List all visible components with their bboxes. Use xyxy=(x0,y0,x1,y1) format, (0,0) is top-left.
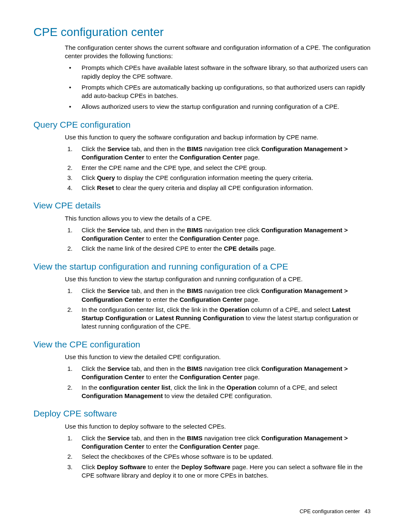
section-intro: This function allows you to view the det… xyxy=(65,214,371,223)
step-item: Click the Service tab, and then in the B… xyxy=(65,365,371,382)
intro-paragraph: The configuration center shows the curre… xyxy=(65,44,371,61)
step-item: Click Reset to clear the query criteria … xyxy=(65,184,371,192)
section-heading-viewcfg: View the CPE configuration xyxy=(33,339,371,350)
step-item: Click the name link of the desired CPE t… xyxy=(65,244,371,253)
steps-list: Click the Service tab, and then in the B… xyxy=(65,145,371,192)
step-item: Click the Service tab, and then in the B… xyxy=(65,145,371,162)
step-item: Click Deploy Software to enter the Deplo… xyxy=(65,463,371,480)
steps-list: Click the Service tab, and then in the B… xyxy=(65,365,371,400)
step-item: Click Query to display the CPE configura… xyxy=(65,174,371,182)
section-heading-startup: View the startup configuration and runni… xyxy=(33,261,371,272)
step-item: Click the Service tab, and then in the B… xyxy=(65,226,371,243)
page-title: CPE configuration center xyxy=(33,24,371,40)
section-heading-deploy: Deploy CPE software xyxy=(33,408,371,419)
footer-title: CPE configuration center xyxy=(299,508,360,514)
feature-bullets: Prompts which CPEs have available latest… xyxy=(65,64,371,111)
bullet-item: Allows authorized users to view the star… xyxy=(65,103,371,111)
section-intro: Use this function to view the detailed C… xyxy=(65,353,371,361)
step-item: In the configuration center list, click … xyxy=(65,306,371,331)
bullet-item: Prompts which CPEs have available latest… xyxy=(65,64,371,81)
steps-list: Click the Service tab, and then in the B… xyxy=(65,434,371,480)
step-item: Enter the CPE name and the CPE type, and… xyxy=(65,164,371,172)
steps-list: Click the Service tab, and then in the B… xyxy=(65,287,371,331)
page-footer: CPE configuration center 43 xyxy=(299,508,371,515)
footer-pagenum: 43 xyxy=(365,508,371,514)
section-intro: Use this function to query the software … xyxy=(65,133,371,141)
section-heading-query: Query CPE configuration xyxy=(33,119,371,131)
bullet-item: Prompts which CPEs are automatically bac… xyxy=(65,83,371,100)
step-item: Select the checkboxes of the CPEs whose … xyxy=(65,452,371,461)
step-item: In the configuration center list, click … xyxy=(65,383,371,401)
section-intro: Use this function to view the startup co… xyxy=(65,275,371,283)
section-intro: Use this function to deploy software to … xyxy=(65,422,371,431)
section-heading-details: View CPE details xyxy=(33,200,371,211)
step-item: Click the Service tab, and then in the B… xyxy=(65,434,371,451)
step-item: Click the Service tab, and then in the B… xyxy=(65,287,371,304)
steps-list: Click the Service tab, and then in the B… xyxy=(65,226,371,253)
